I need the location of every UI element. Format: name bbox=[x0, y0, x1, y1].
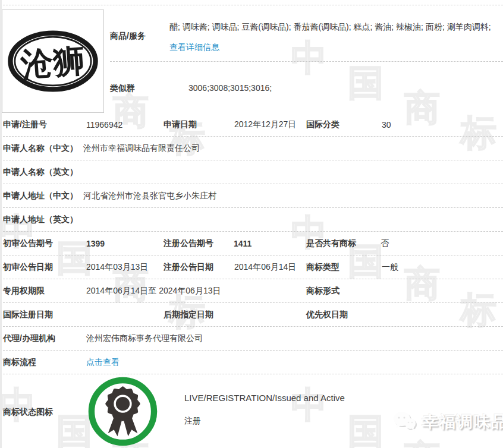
field-value: 1411 bbox=[234, 239, 252, 248]
trademark-detail-page: 中国商标中国商标中国商标中国商标中国商标中国商标 沧狮 商品/服务 醋; 调味酱… bbox=[0, 0, 503, 448]
brand-watermark: 幸福调味品 bbox=[392, 411, 503, 433]
view-details-link[interactable]: 查看详细信息 bbox=[169, 42, 219, 52]
field-label: 后期指定日期 bbox=[164, 310, 213, 320]
goods-services-text: 醋; 调味酱; 调味品; 豆酱(调味品); 番茄酱(调味品); 糕点; 酱油; … bbox=[169, 17, 495, 57]
similar-group-value: 3006;3008;3015;3016; bbox=[188, 83, 272, 93]
separator bbox=[110, 61, 503, 62]
table-row: 初审公告期号1399注册公告期号1411是否共有商标否 bbox=[0, 232, 503, 255]
field-value: 沧州宏伟商标事务代理有限公司 bbox=[86, 333, 203, 344]
field-value: 一般 bbox=[382, 262, 398, 273]
similar-group-label: 类似群 bbox=[110, 83, 135, 94]
field-label: 申请人地址（英文） bbox=[3, 214, 78, 225]
trademark-status-label: 商标状态图标 bbox=[3, 407, 53, 418]
registration-status-badge-icon bbox=[87, 376, 158, 447]
table-row: 申请人地址（英文） bbox=[0, 208, 503, 232]
field-label: 商标流程 bbox=[3, 357, 36, 368]
field-label: 初审公告日期 bbox=[3, 262, 53, 273]
svg-text:沧狮: 沧狮 bbox=[18, 42, 86, 83]
table-row: 国际注册日期后期指定日期优先权日期 bbox=[0, 303, 503, 327]
field-label: 申请人地址（中文） bbox=[3, 191, 78, 201]
field-label: 代理/办理机构 bbox=[3, 333, 55, 344]
field-label: 商标形式 bbox=[306, 286, 339, 296]
field-value: 1399 bbox=[86, 239, 105, 248]
trademark-flow-link[interactable]: 点击查看 bbox=[86, 357, 120, 368]
field-value: 2014年06月14日至 2024年06月13日 bbox=[86, 286, 221, 296]
top-separator bbox=[0, 5, 503, 5]
trademark-detail-table: 申请/注册号11966942申请日期2012年12月27日国际分类30申请人名称… bbox=[0, 113, 503, 374]
field-value: 11966942 bbox=[86, 120, 122, 130]
field-label: 商标类型 bbox=[306, 262, 339, 273]
goods-services-list: 醋; 调味酱; 调味品; 豆酱(调味品); 番茄酱(调味品); 糕点; 酱油; … bbox=[169, 22, 491, 31]
trademark-logo-image: 沧狮 bbox=[6, 17, 100, 106]
field-label: 申请日期 bbox=[164, 119, 197, 130]
field-label: 申请人名称（中文） bbox=[3, 143, 78, 154]
table-row: 申请人地址（中文）河北省沧州市沧县张官屯乡小朱庄村 bbox=[0, 184, 503, 208]
goods-services-label: 商品/服务 bbox=[110, 31, 146, 42]
field-value: 2012年12月27日 bbox=[234, 119, 296, 130]
field-value: 30 bbox=[382, 120, 391, 130]
field-value: 沧州市幸福调味品有限责任公司 bbox=[83, 143, 200, 154]
table-row: 专用权期限2014年06月14日至 2024年06月13日商标形式 bbox=[0, 279, 503, 303]
wechat-icon bbox=[392, 411, 417, 433]
table-row: 申请人名称（英文） bbox=[0, 160, 503, 184]
field-value: 否 bbox=[381, 238, 389, 249]
status-registered-text: 注册 bbox=[184, 416, 201, 427]
field-value: 2014年03月13日 bbox=[86, 262, 148, 273]
field-label: 专用权期限 bbox=[3, 286, 45, 296]
field-value: 河北省沧州市沧县张官屯乡小朱庄村 bbox=[83, 191, 216, 201]
table-row: 申请人名称（中文）沧州市幸福调味品有限责任公司 bbox=[0, 137, 503, 160]
field-label: 国际分类 bbox=[306, 119, 339, 130]
page-left-edge bbox=[0, 0, 2, 448]
field-label: 是否共有商标 bbox=[306, 238, 356, 249]
field-label: 优先权日期 bbox=[306, 310, 348, 320]
table-row: 初审公告日期2014年03月13日注册公告日期2014年06月14日商标类型一般 bbox=[0, 255, 503, 279]
field-label: 初审公告期号 bbox=[3, 238, 53, 249]
field-label: 注册公告日期 bbox=[164, 262, 213, 273]
field-value: 2014年06月14日 bbox=[234, 262, 296, 273]
brand-watermark-text: 幸福调味品 bbox=[422, 411, 503, 433]
table-row: 代理/办理机构沧州宏伟商标事务代理有限公司 bbox=[0, 327, 503, 351]
table-row: 商标流程点击查看 bbox=[0, 351, 503, 374]
field-label: 国际注册日期 bbox=[3, 310, 53, 320]
field-label: 申请/注册号 bbox=[3, 119, 47, 130]
trademark-logo-box: 沧狮 bbox=[2, 10, 104, 113]
status-live-text: LIVE/REGISTRATION/Issued and Active bbox=[184, 393, 345, 403]
field-label: 注册公告期号 bbox=[164, 238, 213, 249]
table-row: 申请/注册号11966942申请日期2012年12月27日国际分类30 bbox=[0, 113, 503, 137]
field-label: 申请人名称（英文） bbox=[3, 167, 78, 178]
